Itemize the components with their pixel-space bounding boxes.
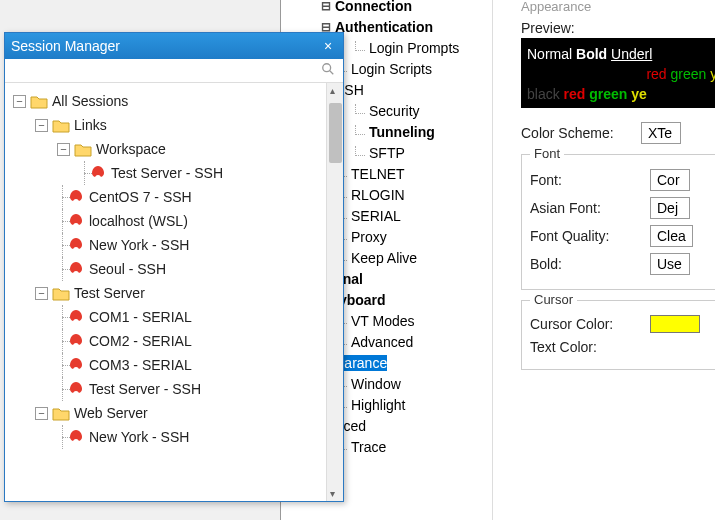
cursor-color-label: Cursor Color: [530, 316, 650, 332]
search-bar[interactable] [5, 59, 343, 83]
collapse-icon[interactable]: − [13, 95, 26, 108]
folder-icon [52, 406, 70, 421]
bold-label: Bold: [530, 256, 650, 272]
preview-bold: Bold [576, 46, 607, 62]
nav-advanced-2[interactable]: vanced [319, 415, 492, 436]
scroll-up-icon[interactable]: ▴ [330, 85, 335, 96]
collapse-icon[interactable]: ⊟ [319, 0, 333, 13]
tree-label[interactable]: Test Server - SSH [111, 165, 223, 181]
preview-label: Preview: [521, 20, 715, 36]
tree-session[interactable]: CentOS 7 - SSH [9, 185, 339, 209]
folder-icon [74, 142, 92, 157]
tree-session[interactable]: Test Server - SSH [9, 161, 339, 185]
text-color-label: Text Color: [530, 339, 650, 355]
nav-keyboard[interactable]: Keyboard [319, 289, 492, 310]
nav-advanced[interactable]: Advanced [319, 331, 492, 352]
nav-proxy[interactable]: Proxy [319, 226, 492, 247]
settings-panel: Appearance Preview: Normal Bold Underl r… [513, 0, 715, 520]
tree-label[interactable]: Test Server [74, 285, 145, 301]
tree-label[interactable]: New York - SSH [89, 237, 189, 253]
nav-vt-modes[interactable]: VT Modes [319, 310, 492, 331]
tree-session[interactable]: COM1 - SERIAL [9, 305, 339, 329]
nav-keep-alive[interactable]: Keep Alive [319, 247, 492, 268]
nav-terminal[interactable]: rminal [319, 268, 492, 289]
tree-label[interactable]: localhost (WSL) [89, 213, 188, 229]
collapse-icon[interactable]: − [35, 287, 48, 300]
search-icon[interactable] [321, 62, 335, 79]
nav-highlight[interactable]: Highlight [319, 394, 492, 415]
preview-green-b: green [589, 86, 627, 102]
collapse-icon[interactable]: − [35, 119, 48, 132]
preview-red: red [646, 66, 666, 82]
tree-label[interactable]: Test Server - SSH [89, 381, 201, 397]
tree-session[interactable]: COM2 - SERIAL [9, 329, 339, 353]
tree-label[interactable]: New York - SSH [89, 429, 189, 445]
tree-folder-links[interactable]: − Links [9, 113, 339, 137]
font-quality-label: Font Quality: [530, 228, 650, 244]
nav-window[interactable]: Window [319, 373, 492, 394]
tree-label[interactable]: All Sessions [52, 93, 128, 109]
tree-session[interactable]: Seoul - SSH [9, 257, 339, 281]
preview-yellow-b: ye [631, 86, 647, 102]
font-group: Font Font:Cor Asian Font:Dej Font Qualit… [521, 154, 715, 290]
tree-label[interactable]: Seoul - SSH [89, 261, 166, 277]
tree-session[interactable]: Test Server - SSH [9, 377, 339, 401]
tree-folder-web-server[interactable]: − Web Server [9, 401, 339, 425]
nav-tunneling[interactable]: Tunneling [319, 121, 492, 142]
font-group-legend: Font [530, 146, 564, 161]
tree-session[interactable]: localhost (WSL) [9, 209, 339, 233]
nav-security[interactable]: Security [319, 100, 492, 121]
nav-rlogin[interactable]: RLOGIN [319, 184, 492, 205]
nav-telnet[interactable]: TELNET [319, 163, 492, 184]
session-tree[interactable]: − All Sessions − Links − Workspace Test … [5, 83, 343, 455]
preview-black: black [527, 86, 560, 102]
nav-appearance[interactable]: ppearance [319, 352, 492, 373]
close-button[interactable]: × [319, 37, 337, 55]
nav-authentication[interactable]: ⊟Authentication [319, 16, 492, 37]
cursor-group-legend: Cursor [530, 292, 577, 307]
settings-nav-tree[interactable]: ⊟Connection ⊟Authentication Login Prompt… [319, 0, 493, 520]
scroll-down-icon[interactable]: ▾ [330, 488, 335, 499]
tree-root[interactable]: − All Sessions [9, 89, 339, 113]
tree-session[interactable]: New York - SSH [9, 425, 339, 449]
scroll-thumb[interactable] [329, 103, 342, 163]
nav-ssh[interactable]: ⊟SSH [319, 79, 492, 100]
bold-select[interactable]: Use [650, 253, 690, 275]
font-quality-select[interactable]: Clea [650, 225, 693, 247]
folder-icon [30, 94, 48, 109]
svg-line-1 [330, 71, 334, 75]
tree-label[interactable]: Links [74, 117, 107, 133]
asian-font-select[interactable]: Dej [650, 197, 690, 219]
preview-underline: Underl [611, 46, 652, 62]
tree-folder-workspace[interactable]: − Workspace [9, 137, 339, 161]
tree-label[interactable]: COM2 - SERIAL [89, 333, 192, 349]
cursor-color-swatch[interactable] [650, 315, 700, 333]
tree-label[interactable]: COM1 - SERIAL [89, 309, 192, 325]
nav-serial[interactable]: SERIAL [319, 205, 492, 226]
tree-folder-test-server[interactable]: − Test Server [9, 281, 339, 305]
tree-label[interactable]: Workspace [96, 141, 166, 157]
tree-label[interactable]: Web Server [74, 405, 148, 421]
svg-point-0 [323, 64, 331, 72]
color-scheme-select[interactable]: XTe [641, 122, 681, 144]
nav-login-scripts[interactable]: Login Scripts [319, 58, 492, 79]
nav-connection[interactable]: ⊟Connection [319, 0, 492, 16]
nav-login-prompts[interactable]: Login Prompts [319, 37, 492, 58]
tree-label[interactable]: COM3 - SERIAL [89, 357, 192, 373]
preview-green: green [671, 66, 707, 82]
nav-trace[interactable]: Trace [319, 436, 492, 457]
folder-icon [52, 286, 70, 301]
folder-icon [52, 118, 70, 133]
cursor-group: Cursor Cursor Color: Text Color: [521, 300, 715, 370]
nav-sftp[interactable]: SFTP [319, 142, 492, 163]
tree-session[interactable]: New York - SSH [9, 233, 339, 257]
tree-label[interactable]: CentOS 7 - SSH [89, 189, 192, 205]
tree-session[interactable]: COM3 - SERIAL [9, 353, 339, 377]
scrollbar[interactable]: ▴ ▾ [326, 83, 343, 501]
collapse-icon[interactable]: − [57, 143, 70, 156]
asian-font-label: Asian Font: [530, 200, 650, 216]
titlebar[interactable]: Session Manager × [5, 33, 343, 59]
collapse-icon[interactable]: − [35, 407, 48, 420]
font-select[interactable]: Cor [650, 169, 690, 191]
preview-red-b: red [564, 86, 586, 102]
